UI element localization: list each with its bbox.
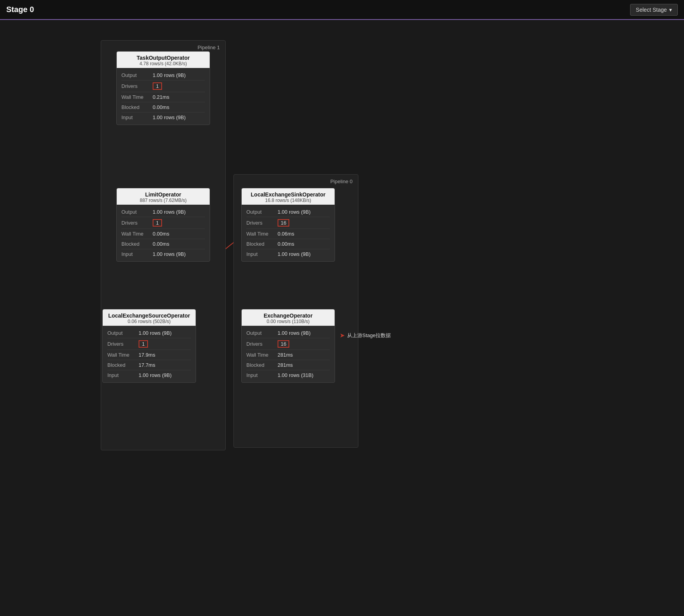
row-label: Input [246,372,278,378]
operator-row-4: Input 1.00 rows (9B) [121,249,205,259]
operator-header: LocalExchangeSourceOperator 0.06 rows/s … [103,309,196,326]
row-label: Input [121,251,153,257]
row-value: 0.00ms [153,241,169,247]
row-value: 1.00 rows (9B) [139,372,172,378]
select-stage-label: Select Stage [636,7,667,13]
row-value: 1.00 rows (9B) [153,114,186,120]
operator-row-1: Drivers 16 [246,217,330,229]
row-value: 1.00 rows (9B) [153,72,186,78]
row-value: 1.00 rows (9B) [278,209,311,215]
row-label: Output [121,209,153,215]
operator-row-4: Input 1.00 rows (9B) [107,370,191,380]
operator-row-3: Blocked 0.00ms [121,239,205,249]
operator-row-1: Drivers 16 [246,338,330,350]
row-label: Blocked [121,104,153,110]
operator-name: LimitOperator [119,191,207,198]
operator-row-4: Input 1.00 rows (9B) [246,249,330,259]
select-stage-button[interactable]: Select Stage ▾ [630,4,678,16]
operator-row-0: Output 1.00 rows (9B) [107,328,191,338]
row-value: 0.06ms [278,231,294,237]
row-value: 0.00ms [153,231,169,237]
row-label: Drivers [246,341,278,347]
operator-row-0: Output 1.00 rows (9B) [121,207,205,217]
row-label: Output [121,72,153,78]
operator-body: Output 1.00 rows (9B) Drivers 1 Wall Tim… [117,68,210,125]
drivers-badge: 16 [278,219,289,227]
pipeline0-label: Pipeline 0 [330,179,353,184]
operator-header: TaskOutputOperator 4.78 rows/s (42.0KB/s… [117,52,210,68]
operator-rate: 887 rows/s (7.62MB/s) [119,198,207,203]
row-value: 1.00 rows (9B) [278,330,311,336]
operator-rate: 4.78 rows/s (42.0KB/s) [119,61,207,66]
drivers-badge: 16 [278,340,289,348]
operator-body: Output 1.00 rows (9B) Drivers 1 Wall Tim… [117,205,210,261]
operator-body: Output 1.00 rows (9B) Drivers 16 Wall Ti… [242,326,335,382]
drivers-badge: 1 [153,82,162,90]
pipeline1-label: Pipeline 1 [198,45,220,50]
row-label: Blocked [121,241,153,247]
operator-row-0: Output 1.00 rows (9B) [246,328,330,338]
operator-name: ExchangeOperator [244,312,332,319]
row-value: 17.7ms [139,362,155,368]
operator-card-localExchangeSinkOperator: LocalExchangeSinkOperator 16.8 rows/s (1… [241,188,335,262]
operator-row-2: Wall Time 17.9ms [107,350,191,360]
operator-row-0: Output 1.00 rows (9B) [121,70,205,80]
operator-card-exchangeOperator: ExchangeOperator 0.00 rows/s (110B/s) Ou… [241,309,335,383]
operator-row-2: Wall Time 0.06ms [246,229,330,239]
operator-name: LocalExchangeSourceOperator [105,312,193,319]
row-label: Drivers [121,220,153,226]
annotation: ➤ 从上游Stage拉数据 [340,332,391,339]
row-value: 1.00 rows (9B) [153,209,186,215]
row-value: 281ms [278,352,293,358]
row-label: Drivers [107,341,139,347]
dropdown-icon: ▾ [669,7,672,13]
annotation-text: 从上游Stage拉数据 [347,332,391,339]
row-value: 17.9ms [139,352,155,358]
row-value: 0.21ms [153,94,169,100]
row-value: 1.00 rows (9B) [278,251,311,257]
operator-row-4: Input 1.00 rows (9B) [121,112,205,122]
row-label: Blocked [246,241,278,247]
row-value: 1.00 rows (9B) [153,251,186,257]
row-label: Blocked [246,362,278,368]
row-value: 281ms [278,362,293,368]
annotation-arrow-icon: ➤ [340,332,345,339]
drivers-badge: 1 [153,219,162,227]
operator-name: LocalExchangeSinkOperator [244,191,332,198]
row-label: Drivers [121,83,153,89]
operator-card-localExchangeSourceOperator: LocalExchangeSourceOperator 0.06 rows/s … [102,309,196,383]
row-label: Blocked [107,362,139,368]
operator-rate: 0.06 rows/s (502B/s) [105,319,193,324]
operator-row-1: Drivers 1 [121,80,205,92]
operator-header: ExchangeOperator 0.00 rows/s (110B/s) [242,309,335,326]
operator-row-3: Blocked 0.00ms [121,102,205,112]
row-label: Input [121,114,153,120]
row-value: 0.00ms [278,241,294,247]
operator-row-2: Wall Time 281ms [246,350,330,360]
row-label: Wall Time [121,94,153,100]
operator-card-taskOutputOperator: TaskOutputOperator 4.78 rows/s (42.0KB/s… [116,51,210,125]
row-label: Input [107,372,139,378]
row-label: Wall Time [121,231,153,237]
operator-rate: 0.00 rows/s (110B/s) [244,319,332,324]
operator-row-3: Blocked 281ms [246,360,330,370]
operator-row-1: Drivers 1 [121,217,205,229]
row-label: Output [246,330,278,336]
row-value: 1.00 rows (31B) [278,372,314,378]
operator-rate: 16.8 rows/s (148KB/s) [244,198,332,203]
operator-row-3: Blocked 17.7ms [107,360,191,370]
row-label: Wall Time [246,352,278,358]
row-value: 0.00ms [153,104,169,110]
operator-header: LimitOperator 887 rows/s (7.62MB/s) [117,188,210,205]
operator-body: Output 1.00 rows (9B) Drivers 16 Wall Ti… [242,205,335,261]
operator-row-0: Output 1.00 rows (9B) [246,207,330,217]
operator-row-2: Wall Time 0.00ms [121,229,205,239]
top-bar: Stage 0 Select Stage ▾ [0,0,684,20]
operator-header: LocalExchangeSinkOperator 16.8 rows/s (1… [242,188,335,205]
page-title: Stage 0 [6,5,34,14]
row-label: Drivers [246,220,278,226]
operator-body: Output 1.00 rows (9B) Drivers 1 Wall Tim… [103,326,196,382]
row-label: Output [107,330,139,336]
row-label: Output [246,209,278,215]
operator-name: TaskOutputOperator [119,55,207,61]
